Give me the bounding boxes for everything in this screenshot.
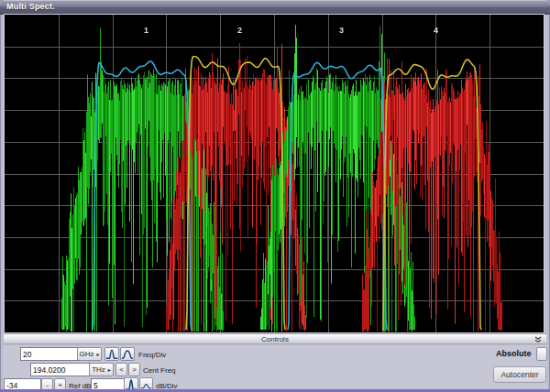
- spectrum-canvas[interactable]: [5, 15, 544, 332]
- controls-panel: GHz ▸ Freq/Div THz ▸ < > Cent Freq - + R…: [3, 345, 547, 389]
- cent-freq-unit-dropdown[interactable]: THz ▸: [89, 363, 114, 376]
- narrow-peak-icon: [105, 348, 118, 360]
- channel-label-4: 4: [434, 26, 438, 35]
- span-wide-button[interactable]: [120, 347, 135, 361]
- spectrum-plot-area[interactable]: 1 2 3 4: [4, 14, 544, 333]
- freq-unit-value: GHz: [79, 350, 94, 358]
- cent-freq-left-button[interactable]: <: [116, 363, 127, 376]
- collapse-chevron-icon[interactable]: [534, 336, 542, 343]
- channel-label-1: 1: [144, 26, 148, 35]
- autocenter-button[interactable]: Autocenter: [493, 366, 546, 383]
- cent-freq-right-button[interactable]: >: [128, 363, 140, 376]
- wide-peak-icon: [121, 348, 134, 360]
- freq-unit-dropdown[interactable]: GHz ▸: [77, 347, 102, 361]
- cent-freq-input[interactable]: [30, 363, 91, 376]
- channel-label-3: 3: [339, 26, 344, 35]
- absolute-toggle-button[interactable]: [536, 347, 547, 361]
- freq-div-input[interactable]: [20, 347, 79, 361]
- multi-spect-window: Multi Spect. 1 2 3 4 Controls GHz ▸: [0, 0, 550, 392]
- dropdown-arrow-icon: ▸: [96, 351, 99, 357]
- cent-freq-unit-value: THz: [92, 365, 105, 374]
- window-title: Multi Spect.: [6, 2, 55, 11]
- controls-header-label: Controls: [4, 335, 546, 343]
- controls-header[interactable]: Controls: [4, 333, 546, 344]
- absolute-label: Absolute: [496, 349, 532, 358]
- title-bar[interactable]: Multi Spect.: [0, 0, 550, 15]
- dropdown-arrow-icon: ▸: [108, 366, 111, 373]
- cent-freq-label: Cent Freq: [143, 366, 176, 375]
- span-narrow-button[interactable]: [104, 347, 119, 361]
- channel-label-2: 2: [237, 26, 242, 35]
- freq-div-label: Freq/Div: [138, 351, 166, 359]
